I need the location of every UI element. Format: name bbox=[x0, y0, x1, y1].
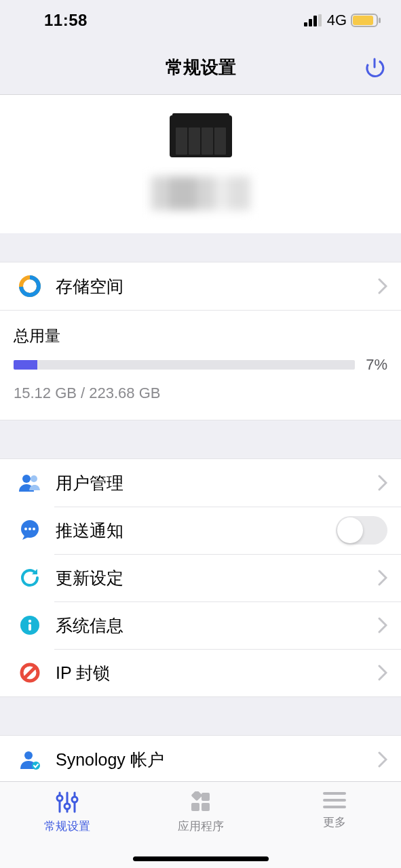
svg-point-22 bbox=[24, 751, 33, 760]
account-icon bbox=[14, 749, 46, 770]
svg-rect-6 bbox=[379, 18, 381, 23]
tab-general[interactable]: 常规设置 bbox=[0, 782, 134, 868]
row-sysinfo-label: 系统信息 bbox=[56, 614, 378, 637]
push-toggle[interactable] bbox=[336, 516, 387, 545]
svg-point-15 bbox=[28, 528, 31, 530]
chevron-right-icon bbox=[378, 278, 387, 294]
storage-percent: 7% bbox=[366, 356, 387, 374]
storage-detail: 15.12 GB / 223.68 GB bbox=[14, 384, 387, 402]
svg-rect-19 bbox=[28, 624, 31, 631]
chevron-right-icon bbox=[378, 751, 387, 768]
row-ipblock[interactable]: IP 封锁 bbox=[0, 649, 401, 696]
svg-point-11 bbox=[22, 475, 31, 483]
svg-line-21 bbox=[24, 667, 35, 678]
chevron-right-icon bbox=[378, 665, 387, 681]
storage-section: 存储空间 bbox=[0, 262, 401, 311]
svg-rect-0 bbox=[304, 22, 307, 26]
device-name-redacted bbox=[151, 176, 250, 210]
nav-bar: 常规设置 bbox=[0, 41, 401, 95]
svg-point-27 bbox=[57, 795, 62, 801]
tab-apps[interactable]: 应用程序 bbox=[134, 782, 267, 868]
row-update-label: 更新设定 bbox=[56, 567, 378, 589]
chevron-right-icon bbox=[378, 570, 387, 586]
chat-icon bbox=[14, 520, 46, 540]
storage-row[interactable]: 存储空间 bbox=[0, 262, 401, 310]
row-ipblock-label: IP 封锁 bbox=[56, 662, 378, 684]
svg-rect-35 bbox=[191, 791, 202, 801]
row-synoacct[interactable]: Synology 帐户 bbox=[0, 736, 401, 783]
svg-rect-3 bbox=[318, 14, 322, 26]
row-users[interactable]: 用户管理 bbox=[0, 459, 401, 507]
row-update[interactable]: 更新设定 bbox=[0, 554, 401, 601]
svg-point-12 bbox=[31, 475, 37, 482]
row-push: 推送通知 bbox=[0, 507, 401, 554]
svg-point-18 bbox=[28, 620, 31, 623]
info-icon bbox=[14, 615, 46, 635]
status-time: 11:58 bbox=[44, 11, 88, 30]
storage-usage-title: 总用量 bbox=[14, 326, 387, 347]
power-icon bbox=[363, 56, 386, 79]
battery-icon bbox=[351, 14, 381, 27]
tab-general-label: 常规设置 bbox=[44, 818, 90, 834]
users-icon bbox=[14, 473, 46, 493]
settings-list-1: 用户管理 推送通知 更新设定 系统信息 IP 封锁 bbox=[0, 458, 401, 697]
svg-point-29 bbox=[64, 804, 70, 809]
status-right: 4G bbox=[304, 12, 381, 29]
status-bar: 11:58 4G bbox=[0, 0, 401, 41]
row-users-label: 用户管理 bbox=[56, 472, 378, 494]
refresh-icon bbox=[14, 567, 46, 589]
device-header bbox=[0, 95, 401, 233]
row-push-label: 推送通知 bbox=[56, 519, 336, 542]
svg-point-31 bbox=[72, 797, 77, 802]
page-title: 常规设置 bbox=[166, 56, 236, 79]
svg-rect-2 bbox=[313, 16, 317, 26]
svg-rect-1 bbox=[309, 19, 312, 26]
svg-point-16 bbox=[33, 528, 35, 530]
storage-icon bbox=[14, 275, 46, 298]
svg-rect-32 bbox=[191, 803, 199, 811]
storage-label: 存储空间 bbox=[56, 275, 378, 298]
menu-icon bbox=[323, 791, 346, 809]
svg-rect-34 bbox=[202, 793, 210, 801]
chevron-right-icon bbox=[378, 617, 387, 633]
row-synoacct-label: Synology 帐户 bbox=[56, 749, 378, 771]
svg-rect-33 bbox=[202, 803, 210, 811]
status-network: 4G bbox=[327, 12, 347, 29]
cellular-icon bbox=[304, 14, 323, 26]
sliders-icon bbox=[56, 791, 79, 813]
apps-icon bbox=[190, 791, 212, 813]
svg-point-14 bbox=[24, 528, 27, 530]
storage-usage: 总用量 7% 15.12 GB / 223.68 GB bbox=[0, 311, 401, 420]
home-indicator bbox=[133, 856, 269, 861]
tab-more-label: 更多 bbox=[323, 814, 346, 830]
svg-rect-5 bbox=[353, 16, 373, 25]
nas-image bbox=[170, 115, 232, 157]
tab-bar: 常规设置 应用程序 更多 bbox=[0, 781, 401, 868]
tab-more[interactable]: 更多 bbox=[267, 782, 401, 868]
block-icon bbox=[14, 663, 46, 683]
storage-bar bbox=[14, 360, 355, 370]
tab-apps-label: 应用程序 bbox=[178, 818, 224, 834]
chevron-right-icon bbox=[378, 475, 387, 491]
power-button[interactable] bbox=[363, 56, 386, 79]
row-sysinfo[interactable]: 系统信息 bbox=[0, 601, 401, 649]
